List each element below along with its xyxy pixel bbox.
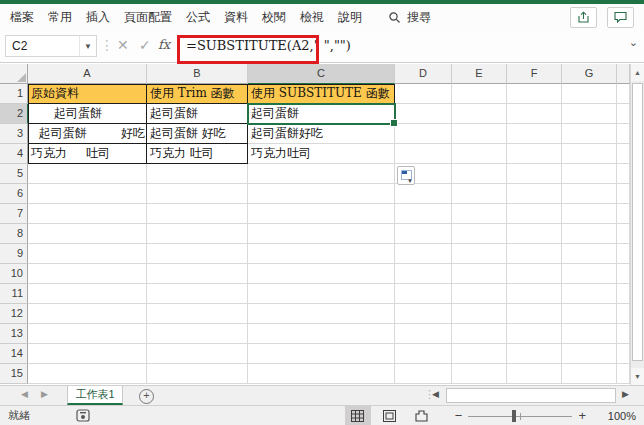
- cell-F10[interactable]: [507, 264, 562, 284]
- cell-A1[interactable]: 原始資料: [28, 84, 147, 104]
- cell-C10[interactable]: [248, 264, 395, 284]
- name-box[interactable]: C2 ▼: [5, 35, 97, 57]
- cell-partial-4[interactable]: [617, 144, 630, 164]
- cell-B9[interactable]: [147, 244, 248, 264]
- column-header-G[interactable]: G: [562, 64, 617, 84]
- cell-C12[interactable]: [248, 304, 395, 324]
- cell-partial-6[interactable]: [617, 184, 630, 204]
- cell-D13[interactable]: [395, 324, 452, 344]
- cell-partial-3[interactable]: [617, 124, 630, 144]
- cell-B15[interactable]: [147, 364, 248, 384]
- cell-A7[interactable]: [28, 204, 147, 224]
- cell-C3[interactable]: 起司蛋餅好吃: [248, 124, 395, 144]
- macro-record-button[interactable]: [76, 409, 90, 422]
- cell-D2[interactable]: [395, 104, 452, 124]
- cell-B6[interactable]: [147, 184, 248, 204]
- column-header-D[interactable]: D: [395, 64, 452, 84]
- cell-G6[interactable]: [562, 184, 617, 204]
- cell-E15[interactable]: [452, 364, 507, 384]
- scroll-down-icon[interactable]: ▼: [631, 368, 644, 385]
- column-header-E[interactable]: E: [452, 64, 507, 84]
- cell-E5[interactable]: [452, 164, 507, 184]
- cell-E7[interactable]: [452, 204, 507, 224]
- cell-partial-14[interactable]: [617, 344, 630, 364]
- page-layout-view-button[interactable]: [377, 406, 403, 425]
- cell-B2[interactable]: 起司蛋餅: [147, 104, 248, 124]
- cell-partial-2[interactable]: [617, 104, 630, 124]
- share-button[interactable]: [570, 7, 597, 28]
- cell-B10[interactable]: [147, 264, 248, 284]
- cell-B12[interactable]: [147, 304, 248, 324]
- cell-B3[interactable]: 起司蛋餅 好吃: [147, 124, 248, 144]
- menu-tab-9[interactable]: 說明: [338, 9, 362, 26]
- column-header-partial[interactable]: [617, 64, 630, 84]
- cell-E4[interactable]: [452, 144, 507, 164]
- insert-function-button[interactable]: fx: [158, 37, 170, 52]
- cell-F5[interactable]: [507, 164, 562, 184]
- cell-B14[interactable]: [147, 344, 248, 364]
- cell-C7[interactable]: [248, 204, 395, 224]
- cell-partial-9[interactable]: [617, 244, 630, 264]
- cell-E13[interactable]: [452, 324, 507, 344]
- zoom-out-button[interactable]: −: [449, 408, 469, 423]
- cell-E2[interactable]: [452, 104, 507, 124]
- sheet-nav-right-icon[interactable]: ▶: [41, 389, 48, 399]
- menu-tab-8[interactable]: 檢視: [300, 9, 324, 26]
- cell-E3[interactable]: [452, 124, 507, 144]
- cell-E14[interactable]: [452, 344, 507, 364]
- cell-G7[interactable]: [562, 204, 617, 224]
- cancel-entry-icon[interactable]: ✕: [117, 37, 129, 53]
- cell-A15[interactable]: [28, 364, 147, 384]
- column-header-B[interactable]: B: [147, 64, 248, 84]
- cell-A4[interactable]: 巧克力 吐司: [28, 144, 147, 164]
- scroll-up-icon[interactable]: ▲: [631, 64, 644, 81]
- cell-E1[interactable]: [452, 84, 507, 104]
- cell-F2[interactable]: [507, 104, 562, 124]
- expand-formula-bar-icon[interactable]: ⌄: [629, 36, 638, 49]
- cell-F4[interactable]: [507, 144, 562, 164]
- name-box-dropdown-icon[interactable]: ▼: [79, 36, 96, 56]
- cell-partial-12[interactable]: [617, 304, 630, 324]
- cell-C8[interactable]: [248, 224, 395, 244]
- menu-tab-3[interactable]: 插入: [86, 9, 110, 26]
- cell-F7[interactable]: [507, 204, 562, 224]
- cell-C1[interactable]: 使用 SUBSTITUTE 函數: [248, 84, 395, 104]
- cell-partial-15[interactable]: [617, 364, 630, 384]
- hscroll-right-icon[interactable]: ▶: [622, 389, 629, 399]
- row-header-12[interactable]: 12: [0, 304, 28, 324]
- row-header-10[interactable]: 10: [0, 264, 28, 284]
- cell-E8[interactable]: [452, 224, 507, 244]
- cell-E12[interactable]: [452, 304, 507, 324]
- row-header-8[interactable]: 8: [0, 224, 28, 244]
- hscroll-left-icon[interactable]: ◀: [432, 389, 439, 399]
- cell-G1[interactable]: [562, 84, 617, 104]
- menu-tab-5[interactable]: 公式: [186, 9, 210, 26]
- cell-F12[interactable]: [507, 304, 562, 324]
- cell-partial-13[interactable]: [617, 324, 630, 344]
- cell-D6[interactable]: [395, 184, 452, 204]
- search-box[interactable]: 搜尋: [388, 9, 431, 26]
- cell-D9[interactable]: [395, 244, 452, 264]
- menu-tab-2[interactable]: 常用: [48, 9, 72, 26]
- cell-E6[interactable]: [452, 184, 507, 204]
- row-header-9[interactable]: 9: [0, 244, 28, 264]
- active-cell-outline[interactable]: [247, 103, 396, 125]
- zoom-in-button[interactable]: +: [572, 408, 592, 423]
- cell-D12[interactable]: [395, 304, 452, 324]
- cell-G2[interactable]: [562, 104, 617, 124]
- cell-D10[interactable]: [395, 264, 452, 284]
- row-header-13[interactable]: 13: [0, 324, 28, 344]
- cell-B8[interactable]: [147, 224, 248, 244]
- row-header-11[interactable]: 11: [0, 284, 28, 304]
- cell-G13[interactable]: [562, 324, 617, 344]
- cell-D7[interactable]: [395, 204, 452, 224]
- cell-C5[interactable]: [248, 164, 395, 184]
- cell-A5[interactable]: [28, 164, 147, 184]
- auto-fill-options-button[interactable]: ▼: [397, 166, 415, 185]
- cell-D4[interactable]: [395, 144, 452, 164]
- cell-A3[interactable]: 起司蛋餅 好吃: [28, 124, 147, 144]
- row-header-1[interactable]: 1: [0, 84, 28, 104]
- page-break-preview-button[interactable]: [409, 406, 435, 425]
- cell-F15[interactable]: [507, 364, 562, 384]
- cell-G5[interactable]: [562, 164, 617, 184]
